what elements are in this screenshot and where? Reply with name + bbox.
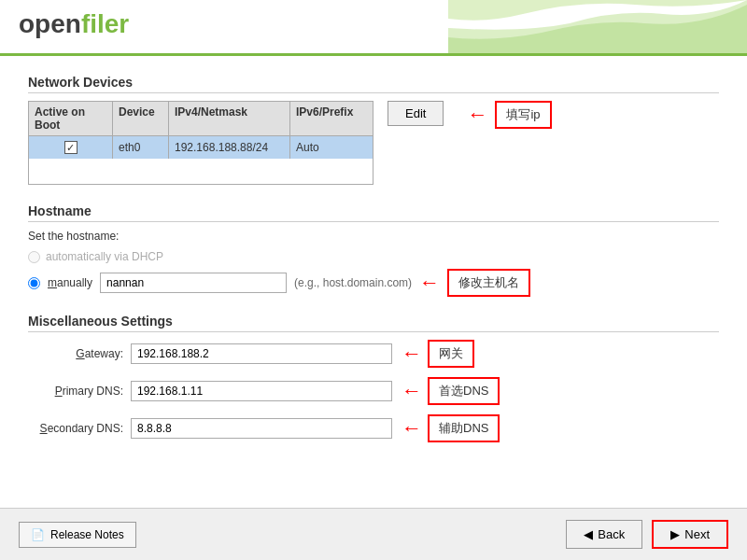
hostname-annotation-box: 修改主机名 <box>447 269 530 297</box>
network-devices-section: Network Devices Active on Boot Device IP… <box>28 75 719 185</box>
manually-radio[interactable] <box>28 277 40 289</box>
hostname-hint: (e.g., host.domain.com) <box>294 276 412 289</box>
network-arrow-icon: ← <box>467 103 487 127</box>
release-notes-button[interactable]: 📄 Release Notes <box>19 522 136 548</box>
auto-dhcp-label: automatically via DHCP <box>46 250 163 263</box>
back-button[interactable]: ◀ Back <box>566 520 642 549</box>
gateway-row: Gateway: ← 网关 <box>28 340 719 368</box>
hostname-title: Hostname <box>28 203 719 222</box>
network-annotation-area: ← 填写ip <box>467 101 551 129</box>
primary-dns-row: Primary DNS: ← 首选DNS <box>28 377 719 405</box>
hostname-section: Hostname Set the hostname: automatically… <box>28 203 719 297</box>
network-table: Active on Boot Device IPv4/Netmask IPv6/… <box>28 101 374 185</box>
gateway-arrow-icon: ← <box>402 342 422 366</box>
primary-dns-annotation-box: 首选DNS <box>428 377 500 405</box>
col-device: Device <box>113 102 169 135</box>
footer-navigation: ◀ Back ▶ Next <box>566 520 728 549</box>
main-content: Network Devices Active on Boot Device IP… <box>0 56 747 508</box>
gateway-annotation: ← 网关 <box>402 340 474 368</box>
header-decoration <box>448 0 747 56</box>
secondary-dns-annotation: ← 辅助DNS <box>402 414 500 442</box>
next-label: Next <box>684 527 710 541</box>
gateway-label: Gateway: <box>28 347 131 360</box>
header: openfiler <box>0 0 747 56</box>
col-ipv4: IPv4/Netmask <box>169 102 290 135</box>
primary-dns-annotation: ← 首选DNS <box>402 377 500 405</box>
col-active-boot: Active on Boot <box>29 102 113 135</box>
col-ipv6: IPv6/Prefix <box>290 102 374 135</box>
auto-dhcp-radio[interactable] <box>28 251 40 263</box>
misc-title: Miscellaneous Settings <box>28 314 719 332</box>
device-cell: eth0 <box>113 136 169 159</box>
hostname-arrow-icon: ← <box>419 271 440 295</box>
back-label: Back <box>598 527 625 541</box>
gateway-input[interactable] <box>131 343 392 364</box>
secondary-dns-annotation-box: 辅助DNS <box>428 414 500 442</box>
primary-dns-input[interactable] <box>131 381 392 401</box>
logo-open: open <box>19 9 81 38</box>
gateway-annotation-box: 网关 <box>428 340 474 368</box>
secondary-dns-arrow-icon: ← <box>402 416 422 441</box>
ipv4-cell: 192.168.188.88/24 <box>169 136 290 159</box>
network-annotation-box: 填写ip <box>495 101 551 129</box>
logo-filer: filer <box>81 9 129 38</box>
misc-section: Miscellaneous Settings Gateway: ← 网关 Pri… <box>28 314 719 442</box>
next-button[interactable]: ▶ Next <box>652 520 728 549</box>
secondary-dns-input[interactable] <box>131 418 392 439</box>
primary-dns-arrow-icon: ← <box>402 379 422 403</box>
auto-dhcp-radio-item: automatically via DHCP <box>28 250 719 263</box>
table-row[interactable]: ✓ eth0 192.168.188.88/24 Auto <box>29 136 373 159</box>
active-checkbox[interactable]: ✓ <box>64 141 78 154</box>
secondary-dns-row: Secondary DNS: ← 辅助DNS <box>28 414 719 442</box>
hostname-input[interactable] <box>100 273 287 293</box>
primary-dns-label: Primary DNS: <box>28 385 131 398</box>
active-on-boot-cell: ✓ <box>29 136 113 159</box>
secondary-dns-label: Secondary DNS: <box>28 422 131 435</box>
document-icon: 📄 <box>31 528 45 541</box>
network-devices-title: Network Devices <box>28 75 719 93</box>
manually-label: manually <box>48 276 92 289</box>
hostname-subtitle: Set the hostname: <box>28 230 719 243</box>
footer: 📄 Release Notes ◀ Back ▶ Next <box>0 508 747 560</box>
hostname-hint-wrapper: (e.g., host.domain.com) ← 修改主机名 <box>294 269 530 297</box>
manually-radio-row: manually (e.g., host.domain.com) ← 修改主机名 <box>28 269 719 297</box>
network-table-header: Active on Boot Device IPv4/Netmask IPv6/… <box>29 102 373 136</box>
next-arrow-icon: ▶ <box>670 527 680 541</box>
network-table-wrapper: Active on Boot Device IPv4/Netmask IPv6/… <box>28 101 719 185</box>
edit-button[interactable]: Edit <box>388 101 444 126</box>
ipv6-cell: Auto <box>290 136 374 159</box>
back-arrow-icon: ◀ <box>584 527 593 541</box>
release-notes-label: Release Notes <box>50 528 124 541</box>
